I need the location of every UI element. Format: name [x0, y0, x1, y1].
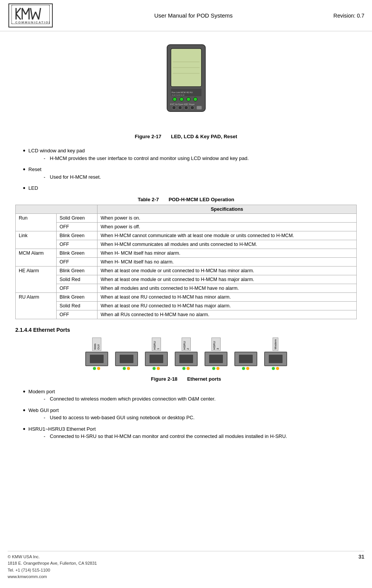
led-row-label: RU Alarm	[16, 292, 57, 319]
hsru1-led-green	[153, 367, 156, 370]
modem-body	[264, 352, 287, 366]
eth-port-modem: Modem	[262, 338, 289, 370]
footer-page-number: 31	[358, 554, 364, 580]
blank2-led-orange	[246, 367, 249, 370]
led-row-desc: When power is on.	[97, 213, 357, 222]
sub-hsru: - Connected to H-SRU so that H-MCM can m…	[44, 433, 287, 440]
modem-slot	[269, 355, 283, 363]
device-image: Run Link MCM HE RU ALM ALM ALM ENT Up Do…	[148, 43, 224, 127]
bullet-dot-hsru: •	[23, 425, 25, 434]
hsru1-led-orange	[157, 367, 160, 370]
hsru2-slot	[179, 355, 193, 363]
table-row: Solid RedWhen at least one module or uni…	[16, 275, 357, 284]
figure-18-number: Figure 2-18	[151, 376, 177, 382]
led-row-spec: Blink Green	[56, 249, 97, 257]
hsru2-led-green	[182, 367, 185, 370]
bullet-led-text: LED	[28, 184, 38, 192]
svg-point-22	[180, 97, 184, 101]
figure-17-number: Figure 2-17	[135, 134, 161, 139]
eth-port-webgui: Web GUI	[83, 338, 110, 370]
led-row-desc: When H- MCM itself has no alarm.	[97, 257, 357, 266]
figure-18-caption: Figure 2-18 Ethernet ports	[151, 376, 221, 382]
webgui-label: Web GUI	[92, 338, 101, 351]
table-spec-header: Specifications	[97, 205, 357, 213]
hsru1-slot	[149, 355, 163, 363]
bullet-led: • LED	[23, 184, 357, 193]
led-row-spec: OFF	[56, 257, 97, 266]
svg-text:Run  Link  MCM  HE   RU: Run Link MCM HE RU	[172, 91, 193, 94]
bullet-list-eth: • Modem port - Connected to wireless mod…	[23, 388, 357, 442]
table-row: RU AlarmBlink GreenWhen at least one RU …	[16, 292, 357, 301]
modem-led-green	[272, 367, 275, 370]
hsru1-label: HSRU 1	[152, 338, 161, 351]
svg-rect-30	[197, 106, 202, 110]
led-row-desc: When H- MCM itself has minor alarm.	[97, 249, 357, 257]
sub-modem-text: Connected to wireless modem which provid…	[50, 396, 216, 402]
figure-17-caption: Figure 2-17 LED, LCD & Key PAD, Reset	[135, 134, 237, 139]
svg-point-23	[187, 97, 190, 101]
table-27-title: POD-H-MCM LED Operation	[169, 197, 234, 202]
bullet-dot-lcd: •	[23, 147, 25, 155]
blank1-body	[115, 352, 138, 366]
document-title: User Manual for POD Systems	[154, 12, 233, 19]
sub-reset-text: Used for H-MCM reset.	[50, 174, 101, 180]
hsru3-slot	[209, 355, 223, 363]
led-table: Specifications RunSolid GreenWhen power …	[15, 205, 357, 319]
logo-letters: COMMUNICATIONS	[8, 3, 53, 27]
revision-label: Revision: 0.7	[333, 13, 364, 19]
table-row: RunSolid GreenWhen power is on.	[16, 213, 357, 222]
blank1-led-green	[123, 367, 126, 370]
table-row: OFFWhen all RUs connected to H-MCM have …	[16, 310, 357, 319]
table-row: OFFWhen H-MCM communicates all modules a…	[16, 240, 357, 249]
led-row-spec: Blink Green	[56, 266, 97, 275]
eth-port-hsru2: HSRU 2	[173, 338, 200, 370]
section-244-heading: 2.1.4.4 Ethernet Ports	[15, 327, 357, 333]
led-row-desc: When at least one module or unit connect…	[97, 266, 357, 275]
table-27-section: Table 2-7 POD-H-MCM LED Operation Specif…	[15, 197, 357, 319]
hsru3-led-orange	[216, 367, 219, 370]
svg-point-21	[173, 97, 177, 101]
table-empty-header	[16, 205, 97, 213]
footer-tel: Tel. +1 (714) 515-1100	[8, 567, 97, 574]
modem-led-orange	[276, 367, 279, 370]
eth-ports-row: Web GUI	[83, 338, 289, 370]
blank2-body	[234, 352, 257, 366]
led-row-spec: OFF	[56, 222, 97, 231]
led-row-spec: Blink Green	[56, 292, 97, 301]
sub-hsru-text: Connected to H-SRU so that H-MCM can mon…	[50, 433, 287, 439]
table-27-number: Table 2-7	[138, 197, 159, 202]
sub-webgui-text: Used to access to web-based GUI using no…	[50, 415, 195, 420]
hsru2-label: HSRU 2	[182, 338, 191, 351]
sub-lcd-text: H-MCM provides the user interface to con…	[50, 155, 249, 161]
figure-17-text: LED, LCD & Key PAD, Reset	[171, 134, 237, 139]
bullet-dot-modem: •	[23, 388, 25, 396]
svg-point-27	[178, 106, 182, 110]
led-row-label: Run	[16, 213, 57, 231]
svg-point-29	[190, 106, 194, 110]
figure-18-area: Web GUI	[15, 338, 357, 382]
blank2-led-green	[242, 367, 245, 370]
webgui-slot	[90, 355, 104, 363]
led-row-desc: When power is off.	[97, 222, 357, 231]
table-row: Solid RedWhen at least one RU connected …	[16, 301, 357, 310]
led-row-label: HE Alarm	[16, 266, 57, 292]
table-row: LinkBlink GreenWhen H-MCM cannot communi…	[16, 231, 357, 240]
svg-point-28	[184, 106, 188, 110]
bullet-dot-reset: •	[23, 166, 25, 174]
eth-port-blank2	[232, 338, 259, 370]
led-row-label: Link	[16, 231, 57, 249]
hsru3-leds	[212, 367, 219, 370]
hsru3-label: HSRU 3	[211, 338, 221, 351]
led-row-spec: Blink Green	[56, 231, 97, 240]
blank1-leds	[123, 367, 130, 370]
bullet-webgui-text: Web GUI port	[28, 407, 58, 413]
figure-17-area: Run Link MCM HE RU ALM ALM ALM ENT Up Do…	[15, 39, 357, 139]
led-row-spec: Solid Green	[56, 213, 97, 222]
page-content: Run Link MCM HE RU ALM ALM ALM ENT Up Do…	[0, 31, 372, 452]
hsru2-body	[175, 352, 198, 366]
table-row: OFFWhen H- MCM itself has no alarm.	[16, 257, 357, 266]
bullet-reset-text: Reset	[28, 166, 41, 172]
bullet-modem: • Modem port - Connected to wireless mod…	[23, 388, 357, 404]
led-row-desc: When H-MCM communicates all modules and …	[97, 240, 357, 249]
led-row-desc: When at least one module or unit connect…	[97, 275, 357, 284]
